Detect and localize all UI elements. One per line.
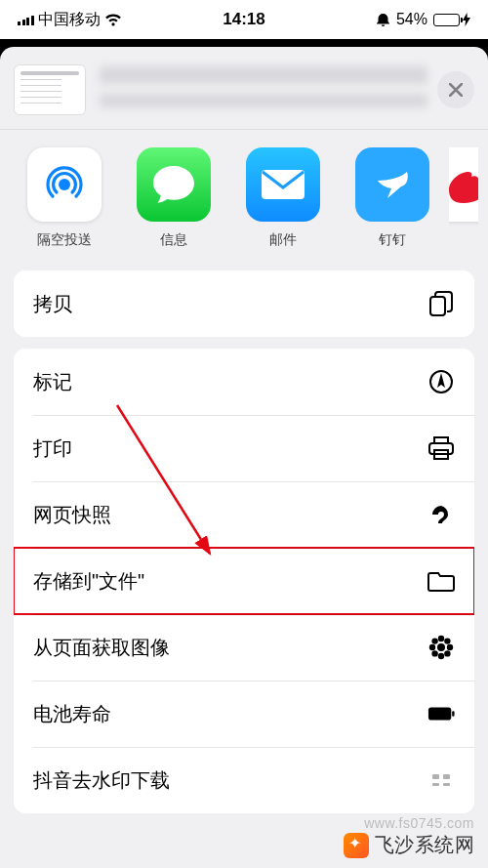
download-icon <box>427 766 455 794</box>
action-get-image[interactable]: 从页面获取图像 <box>14 614 474 681</box>
app-label: 信息 <box>160 231 187 249</box>
svg-point-11 <box>447 644 453 650</box>
action-battery-life[interactable]: 电池寿命 <box>14 681 474 747</box>
app-label: 邮件 <box>269 231 297 249</box>
messages-icon <box>149 162 198 207</box>
action-label: 标记 <box>33 369 72 395</box>
action-label: 网页快照 <box>33 502 111 528</box>
clock: 14:18 <box>223 10 264 29</box>
airdrop-icon <box>39 159 90 210</box>
svg-rect-21 <box>443 783 450 786</box>
action-label: 打印 <box>33 435 72 462</box>
signal-icon <box>18 14 34 25</box>
battery-full-icon <box>427 700 455 727</box>
svg-point-12 <box>431 638 437 643</box>
folder-icon <box>427 567 455 595</box>
svg-rect-16 <box>428 707 451 720</box>
action-copy[interactable]: 拷贝 <box>14 270 474 337</box>
action-douyin-download[interactable]: 抖音去水印下载 <box>14 747 474 813</box>
action-group-main: 标记 打印 网页快照 存储到"文件" 从页面获取图像 <box>14 349 474 813</box>
svg-point-13 <box>444 638 450 643</box>
action-save-to-files[interactable]: 存储到"文件" <box>14 548 474 614</box>
brand-label: 飞沙系统网 <box>375 832 475 858</box>
action-group-copy: 拷贝 <box>14 270 474 337</box>
wifi-icon <box>104 14 122 26</box>
svg-rect-17 <box>452 711 454 717</box>
svg-point-14 <box>431 650 437 656</box>
action-label: 拷贝 <box>33 291 72 317</box>
app-mail[interactable]: 邮件 <box>228 147 338 249</box>
share-sheet: 隔空投送 信息 邮件 钉钉 拷贝 <box>0 47 488 868</box>
app-more[interactable] <box>449 147 478 249</box>
carrier-label: 中国移动 <box>38 10 101 30</box>
svg-point-15 <box>444 650 450 656</box>
app-label: 钉钉 <box>379 231 406 249</box>
snapshot-icon <box>427 501 455 528</box>
print-icon <box>427 434 455 462</box>
svg-rect-20 <box>432 783 439 786</box>
svg-rect-19 <box>443 774 450 779</box>
svg-point-10 <box>429 644 435 650</box>
app-messages[interactable]: 信息 <box>119 147 228 249</box>
close-button[interactable] <box>437 71 474 108</box>
mail-icon <box>259 167 307 202</box>
dingtalk-icon <box>370 162 415 207</box>
weibo-icon <box>449 160 478 209</box>
app-airdrop[interactable]: 隔空投送 <box>10 147 119 249</box>
app-dingtalk[interactable]: 钉钉 <box>338 147 447 249</box>
watermark-url: www.fs0745.com <box>364 815 474 831</box>
action-print[interactable]: 打印 <box>14 415 474 481</box>
charging-icon <box>463 13 470 26</box>
action-label: 抖音去水印下载 <box>33 767 170 794</box>
svg-rect-5 <box>429 443 453 454</box>
copy-icon <box>427 290 455 317</box>
app-label: 隔空投送 <box>37 231 92 249</box>
watermark-brand: 飞沙系统网 <box>344 832 475 858</box>
svg-point-7 <box>437 643 445 651</box>
brand-icon <box>344 833 369 858</box>
status-right: 54% <box>376 11 470 28</box>
svg-rect-18 <box>432 774 439 779</box>
action-snapshot[interactable]: 网页快照 <box>14 481 474 548</box>
alarm-icon <box>376 13 390 27</box>
document-title-blurred <box>100 66 427 113</box>
action-label: 从页面获取图像 <box>33 635 170 661</box>
battery-icon <box>433 14 460 26</box>
sheet-header <box>0 47 488 129</box>
action-label: 存储到"文件" <box>33 568 144 595</box>
close-icon <box>449 83 463 97</box>
flower-icon <box>427 634 455 661</box>
document-thumbnail <box>14 64 86 115</box>
status-left: 中国移动 <box>18 10 122 30</box>
svg-rect-2 <box>430 297 445 315</box>
share-app-row[interactable]: 隔空投送 信息 邮件 钉钉 <box>0 130 488 270</box>
action-label: 电池寿命 <box>33 701 111 727</box>
svg-point-0 <box>59 179 70 190</box>
svg-point-9 <box>438 653 444 659</box>
svg-point-8 <box>438 636 444 641</box>
battery-pct: 54% <box>396 11 427 28</box>
action-markup[interactable]: 标记 <box>14 349 474 415</box>
markup-icon <box>427 368 455 395</box>
status-bar: 中国移动 14:18 54% <box>0 0 488 39</box>
